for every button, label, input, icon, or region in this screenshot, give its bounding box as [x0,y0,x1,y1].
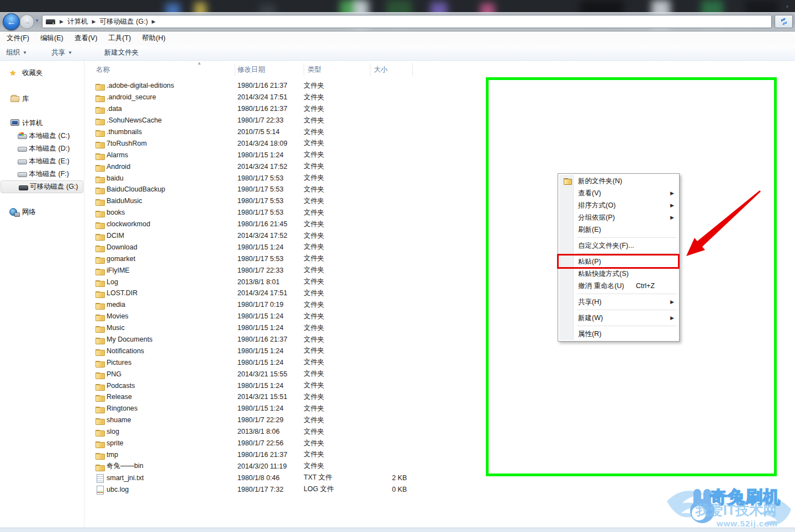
file-row[interactable]: Ringtones1980/1/15 1:24文件夹 [84,403,437,414]
file-type: 文件夹 [304,173,370,183]
context-menu-item[interactable]: 粘贴快捷方式(S) [559,268,678,280]
context-menu-item[interactable]: 共享(H)▶ [559,296,678,308]
context-menu-item[interactable]: 撤消 重命名(U)Ctrl+Z [559,280,678,292]
file-row[interactable]: 7toRushRom2014/3/24 18:09文件夹 [84,137,437,149]
sidebar-item-drive[interactable]: 本地磁盘 (F:) [0,168,84,180]
file-row[interactable]: Movies1980/1/15 1:24文件夹 [84,311,437,322]
sidebar-item-drive[interactable]: 本地磁盘 (D:) [0,142,84,155]
folder-icon [96,428,104,435]
menu-item[interactable]: 编辑(E) [35,31,69,45]
file-row[interactable]: Alarms1980/1/15 1:24文件夹 [84,149,437,161]
file-row[interactable]: LOST.DIR2014/3/24 17:51文件夹 [84,288,437,299]
file-row[interactable]: sprite1980/1/7 22:56文件夹 [84,438,437,449]
folder-icon [96,209,104,216]
file-row[interactable]: iFlyIME1980/1/7 22:33文件夹 [84,264,437,276]
file-row[interactable]: BaiduMusic1980/1/17 5:53文件夹 [84,195,437,207]
sidebar-item-star[interactable]: ★收藏夹 [0,67,84,79]
column-divider[interactable] [370,63,370,76]
file-row[interactable]: 奇兔——bin2014/3/20 11:19文件夹 [84,460,437,472]
file-date: 1980/1/15 1:24 [237,382,304,390]
file-row[interactable]: .adobe-digital-editions1980/1/16 21:37文件… [84,80,437,92]
file-row[interactable]: Pictures1980/1/15 1:24文件夹 [84,357,437,368]
address-dropdown-icon[interactable]: ▼ [785,4,789,9]
sidebar-item-label: 收藏夹 [22,68,43,78]
column-divider[interactable] [412,63,413,76]
file-row[interactable]: smart_jni.txt1980/1/8 0:46TXT 文件2 KB [84,472,437,483]
menu-separator [577,294,677,294]
context-menu-item[interactable]: 新的文件夹(N) [559,175,678,187]
toolbar-button[interactable]: 新建文件夹 [98,48,145,57]
sidebar-item-net[interactable]: 网络 [0,206,84,219]
forward-button[interactable]: → [19,14,34,29]
file-date: 2014/3/24 17:52 [237,232,304,240]
file-row[interactable]: tmp1980/1/16 21:37文件夹 [84,449,437,461]
refresh-button[interactable] [775,15,793,28]
file-row[interactable]: .android_secure2014/3/24 17:51文件夹 [84,92,437,103]
file-row[interactable]: Podcasts1980/1/15 1:24文件夹 [84,380,437,391]
file-row[interactable]: .SohuNewsCache1980/1/7 22:33文件夹 [84,115,437,126]
context-menu-item[interactable]: 分组依据(P)▶ [559,211,678,224]
file-row[interactable]: DCIM2014/3/24 17:52文件夹 [84,230,437,242]
context-menu-item-paste[interactable]: 粘贴(P) [559,256,678,268]
submenu-arrow-icon: ▶ [670,312,674,324]
context-menu-item[interactable]: 自定义文件夹(F)... [559,240,678,252]
new-folder-icon [563,177,572,185]
context-menu-item[interactable]: 新建(W)▶ [559,312,678,324]
file-row[interactable]: Release2014/3/21 15:51文件夹 [84,391,437,403]
file-type: 文件夹 [304,335,370,344]
column-header-size[interactable]: 大小 [374,65,388,75]
sidebar-item-pc[interactable]: 计算机 [0,117,84,130]
sidebar-item-usb[interactable]: 可移动磁盘 (G:) [1,180,83,193]
sidebar-item-drive[interactable]: 本地磁盘 (E:) [0,155,84,168]
column-header-row: ▲ 名称修改日期类型大小 [84,62,795,77]
sidebar-item-sysdrive[interactable]: 本地磁盘 (C:) [0,130,84,142]
file-row[interactable]: baidu1980/1/17 5:53文件夹 [84,172,437,184]
context-menu-item[interactable]: 刷新(E) [559,224,678,236]
sidebar-item-label: 本地磁盘 (C:) [29,131,70,141]
file-row[interactable]: shuame1980/1/7 22:29文件夹 [84,414,437,426]
toolbar-button[interactable]: 组织▼ [0,48,33,57]
file-row[interactable]: media1980/1/17 0:19文件夹 [84,299,437,311]
file-row[interactable]: Android2014/3/24 17:52文件夹 [84,161,437,172]
file-row[interactable]: Notifications1980/1/15 1:24文件夹 [84,345,437,357]
file-row[interactable]: BaiduCloudBackup1980/1/17 5:53文件夹 [84,184,437,195]
file-row[interactable]: ubc.log1980/1/17 7:32LOG 文件0 KB [84,483,437,495]
file-row[interactable]: slog2013/8/1 8:06文件夹 [84,426,437,438]
recent-pages-dropdown-icon[interactable]: ▼ [35,18,39,23]
context-menu-item[interactable]: 排序方式(O)▶ [559,199,678,211]
txt-file-icon [96,474,104,482]
menu-item[interactable]: 帮助(H) [136,31,171,45]
breadcrumb-computer[interactable]: 计算机 [64,17,92,26]
sidebar-item-lib[interactable]: 库 [0,93,84,105]
file-row[interactable]: clockworkmod1980/1/16 21:45文件夹 [84,219,437,230]
context-menu-item-label: 查看(V) [578,189,601,197]
back-button[interactable]: ← [3,13,20,30]
file-row[interactable]: My Documents1980/1/16 21:37文件夹 [84,334,437,345]
breadcrumb-removable-disk[interactable]: 可移动磁盘 (G:) [96,17,151,26]
file-row[interactable]: Download1980/1/15 1:24文件夹 [84,241,437,253]
sidebar-item-label: 本地磁盘 (D:) [29,144,70,153]
column-header-name[interactable]: 名称 [96,65,110,75]
column-header-date[interactable]: 修改日期 [237,65,265,75]
context-menu-item[interactable]: 属性(R) [559,328,678,340]
file-row[interactable]: books1980/1/17 5:53文件夹 [84,207,437,219]
file-row[interactable]: .thumbnails2010/7/5 5:14文件夹 [84,126,437,138]
menu-item[interactable]: 文件(F) [1,31,35,45]
context-menu-item[interactable]: 查看(V)▶ [559,187,678,199]
file-row[interactable]: gomarket1980/1/17 5:53文件夹 [84,253,437,264]
file-row[interactable]: PNG2014/3/21 15:55文件夹 [84,368,437,380]
column-divider[interactable] [304,63,304,76]
address-bar[interactable]: ▶ 计算机 ▶ 可移动磁盘 (G:) ▶ [42,15,772,28]
toolbar-button-label: 组织 [6,48,20,57]
file-row[interactable]: Music1980/1/15 1:24文件夹 [84,322,437,334]
toolbar-button[interactable]: 共享▼ [45,48,78,57]
file-row[interactable]: .data1980/1/16 21:37文件夹 [84,103,437,115]
file-row[interactable]: Log2013/8/1 8:01文件夹 [84,276,437,288]
column-header-type[interactable]: 类型 [308,65,321,75]
folder-icon [96,416,104,424]
folder-icon [96,359,104,366]
menu-item[interactable]: 查看(V) [69,31,103,45]
column-divider[interactable] [235,63,235,76]
menu-item[interactable]: 工具(T) [103,31,136,45]
file-date: 2014/3/24 17:52 [237,163,304,171]
